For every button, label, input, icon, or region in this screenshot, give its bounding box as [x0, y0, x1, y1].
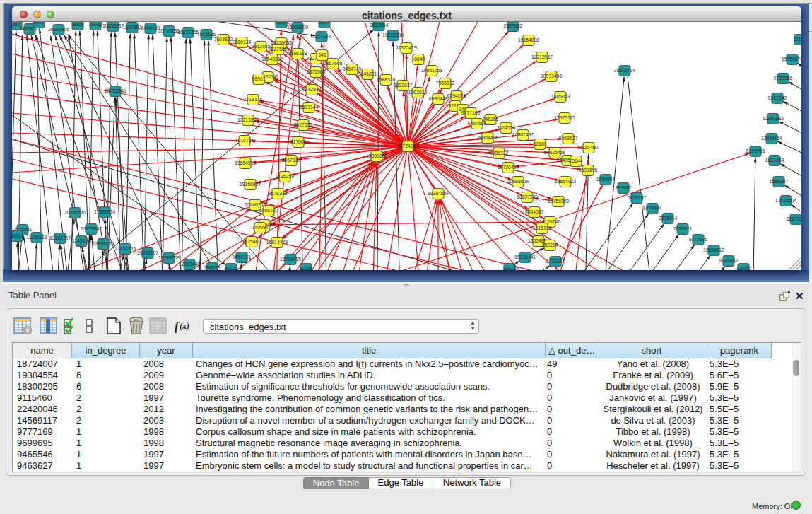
svg-text:16782759: 16782759	[158, 255, 180, 260]
svg-text:15720407: 15720407	[498, 165, 519, 170]
svg-text:10807487: 10807487	[512, 132, 534, 137]
svg-text:62160: 62160	[534, 141, 547, 146]
svg-text:16033809: 16033809	[287, 25, 308, 30]
svg-text:9084067: 9084067	[525, 209, 544, 214]
svg-text:9827505: 9827505	[269, 47, 288, 52]
svg-text:18807249: 18807249	[517, 194, 538, 199]
svg-text:9129966: 9129966	[774, 76, 793, 81]
svg-text:11124: 11124	[794, 37, 801, 42]
svg-text:2104: 2104	[319, 22, 329, 25]
svg-text:20691406: 20691406	[48, 27, 69, 32]
svg-text:1135359: 1135359	[276, 174, 294, 179]
svg-text:25644: 25644	[570, 158, 583, 163]
svg-text:9474444: 9474444	[643, 206, 662, 211]
svg-text:10688609: 10688609	[507, 179, 529, 184]
svg-text:9115460: 9115460	[579, 145, 598, 150]
svg-text:2935114: 2935114	[659, 216, 677, 221]
svg-text:10719135: 10719135	[158, 28, 180, 33]
svg-text:10423: 10423	[503, 266, 517, 270]
svg-text:12905135: 12905135	[93, 241, 114, 246]
svg-text:11156819: 11156819	[26, 235, 47, 240]
svg-text:3624554: 3624554	[497, 125, 516, 130]
svg-text:39114: 39114	[12, 233, 23, 238]
svg-text:1362615: 1362615	[408, 90, 428, 95]
svg-text:19218506: 19218506	[382, 33, 404, 37]
svg-text:92450: 92450	[737, 266, 751, 270]
svg-text:19975887: 19975887	[81, 226, 102, 231]
svg-text:6479197: 6479197	[628, 195, 647, 200]
svg-text:18724007: 18724007	[397, 144, 418, 148]
svg-text:5498222: 5498222	[259, 208, 278, 213]
svg-text:2867608: 2867608	[324, 61, 343, 66]
svg-text:12213369: 12213369	[237, 117, 259, 122]
svg-text:9635: 9635	[72, 22, 83, 27]
svg-text:8471676: 8471676	[689, 237, 708, 242]
svg-text:9146821: 9146821	[358, 71, 377, 76]
svg-text:12942757: 12942757	[49, 235, 71, 240]
svg-text:9777169: 9777169	[461, 110, 481, 115]
svg-text:1621064: 1621064	[765, 158, 784, 163]
svg-text:5875685: 5875685	[307, 69, 326, 74]
svg-text:2803144: 2803144	[300, 105, 319, 110]
svg-text:2718176: 2718176	[244, 97, 263, 102]
svg-text:17016504: 17016504	[775, 198, 796, 203]
svg-text:140994: 140994	[252, 225, 269, 230]
svg-text:96123: 96123	[225, 266, 238, 270]
svg-text:9227342: 9227342	[768, 95, 787, 100]
svg-text:917006: 917006	[290, 139, 307, 144]
svg-text:10961758: 10961758	[421, 68, 442, 73]
svg-text:9242848: 9242848	[302, 87, 322, 92]
svg-text:16648794: 16648794	[614, 68, 635, 73]
svg-text:12975115: 12975115	[554, 115, 575, 120]
svg-text:8678332: 8678332	[269, 191, 288, 196]
svg-text:98961: 98961	[252, 76, 266, 81]
svg-text:16671355: 16671355	[177, 30, 199, 35]
svg-text:1733342: 1733342	[546, 259, 565, 264]
svg-text:546: 546	[318, 52, 326, 57]
svg-text:1145194: 1145194	[72, 238, 90, 243]
svg-text:7986322: 7986322	[490, 151, 509, 156]
svg-text:9860124: 9860124	[233, 40, 252, 45]
svg-text:20053346: 20053346	[105, 88, 126, 93]
svg-text:21042: 21042	[89, 22, 102, 27]
svg-text:20206536: 20206536	[64, 210, 86, 215]
svg-text:3267130: 3267130	[282, 158, 301, 163]
svg-text:5322037: 5322037	[394, 83, 413, 88]
svg-text:8215955: 8215955	[746, 148, 765, 153]
svg-text:10655287: 10655287	[102, 23, 124, 28]
svg-text:16914479: 16914479	[266, 240, 288, 245]
svg-text:1527602: 1527602	[123, 25, 142, 30]
svg-text:19654912: 19654912	[235, 160, 256, 165]
svg-text:20364436: 20364436	[477, 135, 498, 140]
svg-text:11235: 11235	[300, 266, 313, 270]
svg-text:1615132: 1615132	[533, 226, 552, 230]
svg-text:15751074: 15751074	[782, 57, 801, 62]
svg-text:7625402: 7625402	[242, 239, 261, 244]
svg-text:8427552: 8427552	[294, 122, 313, 127]
svg-text:15136141: 15136141	[514, 255, 536, 259]
svg-text:252254: 252254	[542, 243, 558, 247]
svg-text:16543362: 16543362	[261, 57, 283, 62]
svg-text:17957255: 17957255	[114, 246, 136, 251]
svg-text:893892: 893892	[616, 185, 632, 190]
svg-text:7485063: 7485063	[551, 94, 570, 99]
svg-text:7515526: 7515526	[197, 32, 216, 37]
svg-text:10025458: 10025458	[544, 150, 565, 155]
svg-text:1569297: 1569297	[770, 179, 789, 184]
svg-text:16154838: 16154838	[518, 37, 539, 42]
svg-text:12923448: 12923448	[179, 262, 200, 267]
svg-text:8186328: 8186328	[288, 51, 307, 56]
svg-text:1010755: 1010755	[235, 138, 254, 143]
svg-text:19384554: 19384554	[428, 191, 449, 196]
svg-text:17359934: 17359934	[94, 209, 115, 214]
svg-text:11325419: 11325419	[396, 45, 417, 50]
svg-text:7663822: 7663822	[214, 37, 233, 42]
svg-text:8813054: 8813054	[370, 23, 389, 28]
svg-text:1640954: 1640954	[596, 177, 616, 182]
svg-text:8454749: 8454749	[343, 66, 362, 71]
svg-text:15716485: 15716485	[280, 257, 301, 262]
svg-text:9699695: 9699695	[579, 168, 598, 173]
svg-text:18837: 18837	[275, 22, 288, 25]
svg-text:8990448: 8990448	[429, 96, 448, 101]
svg-text:7357224: 7357224	[312, 34, 331, 39]
